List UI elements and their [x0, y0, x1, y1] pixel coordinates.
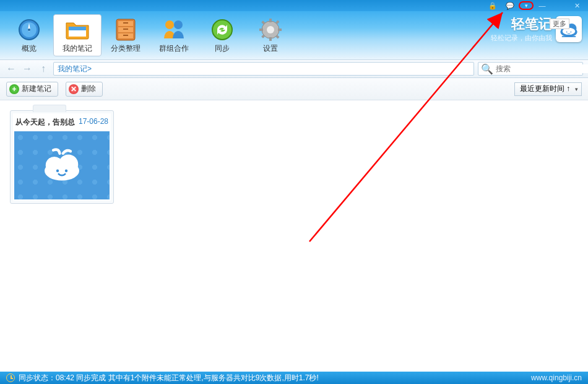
note-date: 17-06-28	[79, 117, 108, 128]
toolbar-label: 设置	[263, 43, 278, 54]
toolbar-settings[interactable]: 设置	[246, 14, 295, 56]
plus-icon: +	[9, 84, 19, 94]
toolbar-sync[interactable]: 同步	[198, 14, 246, 56]
svg-rect-20	[278, 28, 282, 31]
up-button[interactable]: ↑	[37, 63, 50, 75]
back-button[interactable]: ←	[5, 63, 17, 75]
svg-rect-10	[123, 22, 128, 24]
svg-point-13	[165, 20, 174, 29]
clock-icon	[6, 373, 15, 382]
lock-icon[interactable]: 🔒	[484, 1, 501, 10]
search-box[interactable]: 🔍	[478, 62, 583, 76]
note-thumbnail	[14, 131, 110, 199]
brand-subtitle: 轻松记录，由你由我	[491, 33, 552, 43]
people-icon	[162, 17, 186, 42]
chevron-down-icon: ▾	[525, 2, 528, 9]
toolbar-label: 同步	[215, 43, 230, 54]
action-row: + 新建笔记 ✕ 删除 最近更新时间 ↑	[0, 78, 588, 100]
compass-icon	[17, 17, 41, 42]
svg-point-25	[267, 26, 274, 33]
sync-icon	[210, 17, 235, 42]
maximize-button[interactable]	[551, 1, 568, 10]
svg-point-36	[56, 170, 59, 172]
svg-rect-12	[123, 35, 128, 36]
svg-rect-32	[562, 36, 576, 37]
breadcrumb[interactable]: 我的笔记>	[53, 62, 474, 76]
chat-icon[interactable]: 💬	[501, 1, 519, 10]
content-area: 从今天起，告别总 17-06-28	[0, 100, 588, 372]
svg-point-35	[59, 155, 79, 175]
nav-row: ← → ↑ 我的笔记> 🔍	[0, 59, 588, 78]
note-title: 从今天起，告别总	[15, 117, 75, 128]
new-note-label: 新建笔记	[22, 84, 51, 94]
titlebar: 🔒 💬 ▾ — ✕	[0, 0, 588, 11]
delete-button[interactable]: ✕ 删除	[66, 82, 103, 97]
svg-rect-11	[123, 28, 128, 30]
status-url[interactable]: www.qingbiji.cn	[531, 373, 582, 382]
svg-rect-18	[269, 37, 272, 41]
svg-point-14	[174, 20, 183, 29]
svg-point-31	[571, 31, 572, 32]
sort-dropdown[interactable]: 最近更新时间 ↑	[514, 82, 582, 96]
brand-title: 轻笔记	[491, 15, 552, 33]
forward-button[interactable]: →	[21, 63, 33, 75]
sort-label: 最近更新时间 ↑	[520, 84, 570, 94]
delete-label: 删除	[81, 84, 96, 94]
close-button[interactable]: ✕	[568, 1, 586, 10]
toolbar-label: 我的笔记	[63, 43, 92, 54]
svg-rect-19	[259, 28, 263, 31]
search-input[interactable]	[496, 64, 588, 73]
new-note-button[interactable]: + 新建笔记	[6, 82, 58, 97]
gear-icon	[258, 17, 283, 42]
cabinet-icon	[113, 17, 138, 42]
svg-rect-17	[269, 19, 272, 22]
folder-icon	[65, 17, 90, 42]
toolbar-label: 概览	[22, 43, 37, 54]
minimize-button[interactable]: —	[534, 1, 551, 10]
toolbar-category[interactable]: 分类整理	[102, 14, 150, 56]
svg-point-37	[65, 170, 67, 172]
main-toolbar: 概览 我的笔记 分类整理 群组合作 同步 设置 轻笔记 轻松记录，由你由我	[0, 11, 588, 59]
toolbar-group[interactable]: 群组合作	[150, 14, 198, 56]
svg-rect-5	[69, 27, 86, 30]
statusbar: 同步状态：08:42 同步完成 其中有1个附件未能正常处理,与服务器共对比9次数…	[0, 372, 588, 384]
svg-point-3	[28, 28, 30, 31]
more-badge[interactable]: 更多	[550, 19, 569, 29]
search-icon: 🔍	[481, 63, 493, 75]
toolbar-label: 分类整理	[111, 43, 141, 54]
toolbar-mynotes[interactable]: 我的笔记	[53, 14, 102, 56]
brand-logo: 更多	[556, 16, 582, 42]
brand-area: 轻笔记 轻松记录，由你由我 更多	[491, 15, 582, 43]
status-text: 同步状态：08:42 同步完成 其中有1个附件未能正常处理,与服务器共对比9次数…	[19, 373, 319, 383]
dropdown-menu-button[interactable]: ▾	[519, 1, 534, 10]
delete-icon: ✕	[69, 84, 79, 94]
note-tab-icon	[33, 105, 66, 112]
note-card[interactable]: 从今天起，告别总 17-06-28	[10, 110, 114, 204]
toolbar-overview[interactable]: 概览	[5, 14, 53, 56]
svg-point-30	[566, 31, 568, 32]
toolbar-label: 群组合作	[159, 43, 189, 54]
